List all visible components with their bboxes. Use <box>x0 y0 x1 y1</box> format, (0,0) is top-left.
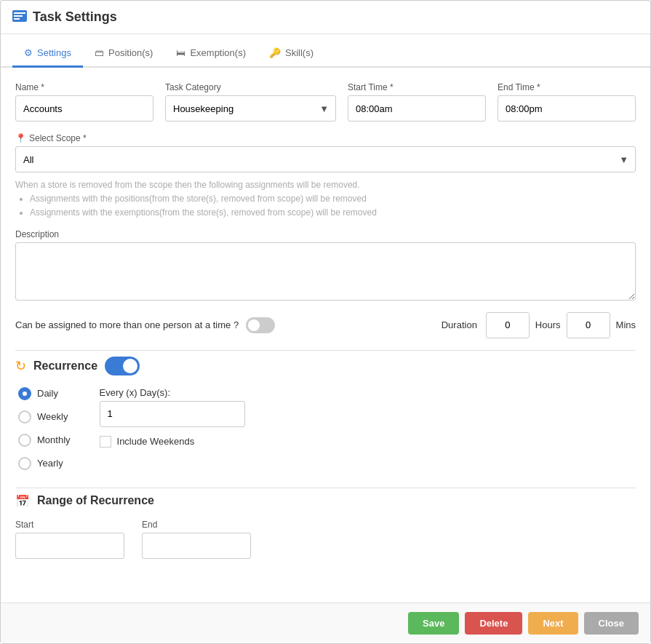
bed-icon: 🛏 <box>176 47 185 58</box>
radio-monthly-circle <box>18 434 31 447</box>
tab-settings[interactable]: ⚙ Settings <box>12 40 83 68</box>
range-title: Range of Recurrence <box>37 494 154 507</box>
calendar-icon: 📅 <box>15 494 30 508</box>
assign-toggle-slider <box>246 317 275 333</box>
recurrence-toggle[interactable] <box>105 357 140 375</box>
recurrence-icon: ↻ <box>15 358 26 374</box>
svg-rect-2 <box>14 15 23 17</box>
recurrence-title: Recurrence <box>33 359 97 373</box>
tab-positions[interactable]: 🗃 Position(s) <box>83 40 164 68</box>
start-time-input[interactable] <box>348 95 486 122</box>
scope-label-text: Select Scope * <box>29 133 87 143</box>
key-icon: 🔑 <box>269 47 281 58</box>
range-end-label: End <box>142 520 251 530</box>
location-icon: 📍 <box>15 133 26 143</box>
radio-weekly-label: Weekly <box>37 411 68 422</box>
page-title: Task Settings <box>33 9 117 25</box>
tab-skills[interactable]: 🔑 Skill(s) <box>257 40 325 68</box>
category-select[interactable]: Housekeeping Cleaning Maintenance Other <box>165 95 336 122</box>
save-button[interactable]: Save <box>408 612 459 635</box>
radio-daily[interactable]: Daily <box>18 387 71 400</box>
description-label: Description <box>15 229 636 239</box>
scope-select[interactable]: All Store 1 Store 2 <box>15 146 636 172</box>
duration-hours-input[interactable] <box>486 312 530 338</box>
assign-label: Can be assigned to more than one person … <box>15 319 239 330</box>
close-button[interactable]: Close <box>584 612 639 635</box>
radio-yearly[interactable]: Yearly <box>18 457 71 470</box>
include-weekends-label: Include Weekends <box>117 436 195 447</box>
description-textarea[interactable] <box>15 242 636 301</box>
radio-weekly-circle <box>18 410 31 424</box>
range-start-label: Start <box>15 520 124 530</box>
gear-icon: ⚙ <box>24 47 33 58</box>
footer: Save Delete Next Close <box>1 603 650 643</box>
name-input[interactable] <box>15 95 153 122</box>
task-settings-icon <box>12 10 27 24</box>
duration-hours-unit: Hours <box>535 319 561 330</box>
next-button[interactable]: Next <box>528 612 578 635</box>
end-time-label: End Time * <box>498 82 636 92</box>
include-weekends-checkbox[interactable] <box>100 436 111 448</box>
end-time-input[interactable] <box>498 95 636 122</box>
assign-toggle[interactable] <box>246 317 275 333</box>
duration-mins-input[interactable] <box>567 312 610 338</box>
radio-monthly[interactable]: Monthly <box>18 434 71 447</box>
delete-button[interactable]: Delete <box>465 612 522 635</box>
svg-rect-1 <box>14 12 25 14</box>
every-input[interactable] <box>100 401 245 427</box>
start-time-label: Start Time * <box>348 82 486 92</box>
recurrence-toggle-slider <box>105 357 140 375</box>
radio-monthly-label: Monthly <box>37 434 71 445</box>
radio-yearly-circle <box>18 457 31 470</box>
tab-exemptions[interactable]: 🛏 Exemption(s) <box>164 40 257 68</box>
svg-rect-3 <box>14 18 20 20</box>
radio-daily-circle <box>18 387 31 400</box>
recurrence-radio-group: Daily Weekly Monthly Yearly <box>18 384 71 470</box>
radio-daily-label: Daily <box>37 388 58 399</box>
scope-info-text: When a store is removed from the scope t… <box>15 178 636 220</box>
every-label: Every (x) Day(s): <box>100 387 245 398</box>
briefcase-icon: 🗃 <box>95 47 104 58</box>
duration-mins-unit: Mins <box>616 319 636 330</box>
radio-weekly[interactable]: Weekly <box>18 410 71 424</box>
category-label: Task Category <box>165 82 336 92</box>
range-start-input[interactable] <box>15 533 124 559</box>
duration-label: Duration <box>442 319 477 330</box>
name-label: Name * <box>15 82 153 92</box>
tab-bar: ⚙ Settings 🗃 Position(s) 🛏 Exemption(s) … <box>1 40 650 68</box>
range-end-input[interactable] <box>142 533 251 559</box>
radio-yearly-label: Yearly <box>37 458 63 469</box>
